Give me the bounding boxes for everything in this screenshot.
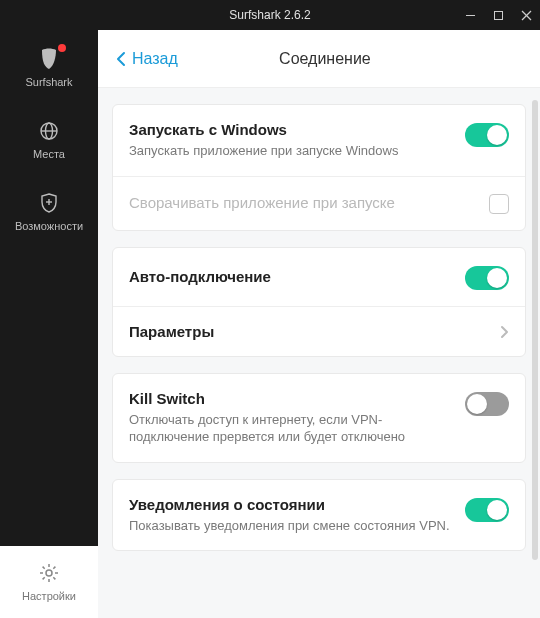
gear-icon <box>38 562 60 584</box>
sidebar-item-surfshark[interactable]: Surfshark <box>0 30 98 102</box>
maximize-window-icon[interactable] <box>484 0 512 30</box>
sidebar-item-label: Возможности <box>15 220 83 232</box>
svg-point-9 <box>46 570 52 576</box>
row-launch-with-windows: Запускать с Windows Запускать приложение… <box>113 105 525 176</box>
page-header: Назад Соединение <box>98 30 540 88</box>
chevron-left-icon <box>116 51 126 67</box>
page-title: Соединение <box>128 50 522 68</box>
sidebar: Surfshark Места Возможности <box>0 30 98 618</box>
globe-icon <box>38 120 60 142</box>
sidebar-item-locations[interactable]: Места <box>0 102 98 174</box>
app-title: Surfshark 2.6.2 <box>229 8 310 22</box>
settings-content: Запускать с Windows Запускать приложение… <box>98 88 540 567</box>
card-autoconnect: Авто-подключение Параметры <box>112 247 526 357</box>
toggle-launch-with-windows[interactable] <box>465 123 509 147</box>
sidebar-item-label: Surfshark <box>25 76 72 88</box>
shield-plus-icon <box>38 192 60 214</box>
toggle-autoconnect[interactable] <box>465 266 509 290</box>
row-minimize-on-launch: Сворачивать приложение при запуске <box>113 176 525 230</box>
close-window-icon[interactable] <box>512 0 540 30</box>
sidebar-item-features[interactable]: Возможности <box>0 174 98 246</box>
row-autoconnect-params[interactable]: Параметры <box>113 306 525 356</box>
setting-title: Параметры <box>129 323 488 340</box>
setting-label: Сворачивать приложение при запуске <box>129 193 477 213</box>
card-launch: Запускать с Windows Запускать приложение… <box>112 104 526 231</box>
sidebar-item-label: Места <box>33 148 65 160</box>
setting-subtitle: Отключать доступ к интернету, если VPN-п… <box>129 411 453 446</box>
chevron-right-icon <box>500 325 509 339</box>
svg-rect-1 <box>494 11 502 19</box>
checkbox-minimize-on-launch[interactable] <box>489 194 509 214</box>
setting-subtitle: Показывать уведомления при смене состоян… <box>129 517 453 535</box>
row-autoconnect: Авто-подключение <box>113 248 525 306</box>
card-notifications: Уведомления о состоянии Показывать уведо… <box>112 479 526 552</box>
surfshark-logo-icon <box>38 48 60 70</box>
notification-dot-icon <box>58 44 66 52</box>
toggle-status-notifications[interactable] <box>465 498 509 522</box>
scrollbar[interactable] <box>532 100 538 560</box>
minimize-window-icon[interactable] <box>456 0 484 30</box>
setting-title: Авто-подключение <box>129 268 453 285</box>
row-killswitch: Kill Switch Отключать доступ к интернету… <box>113 374 525 462</box>
toggle-killswitch[interactable] <box>465 392 509 416</box>
setting-subtitle: Запускать приложение при запуске Windows <box>129 142 453 160</box>
row-status-notifications: Уведомления о состоянии Показывать уведо… <box>113 480 525 551</box>
titlebar: Surfshark 2.6.2 <box>0 0 540 30</box>
sidebar-item-settings[interactable]: Настройки <box>0 546 98 618</box>
sidebar-item-label: Настройки <box>22 590 76 602</box>
setting-title: Kill Switch <box>129 390 453 407</box>
main-panel: Назад Соединение Запускать с Windows Зап… <box>98 30 540 618</box>
card-killswitch: Kill Switch Отключать доступ к интернету… <box>112 373 526 463</box>
setting-title: Запускать с Windows <box>129 121 453 138</box>
setting-title: Уведомления о состоянии <box>129 496 453 513</box>
